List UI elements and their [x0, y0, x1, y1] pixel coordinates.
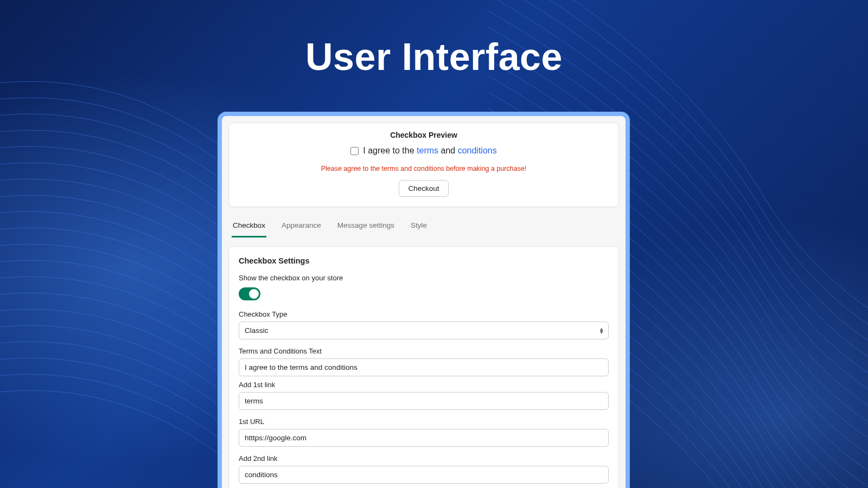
terms-text-label: Terms and Conditions Text: [239, 347, 609, 355]
show-toggle[interactable]: [239, 287, 260, 300]
settings-heading: Checkbox Settings: [239, 256, 609, 265]
agree-checkbox[interactable]: [350, 147, 359, 155]
agree-text: I agree to the terms and conditions: [363, 146, 496, 156]
agree-prefix: I agree to the: [363, 146, 417, 155]
link1-label: Add 1st link: [239, 381, 609, 389]
conditions-link[interactable]: conditions: [458, 146, 497, 155]
checkout-button[interactable]: Checkout: [399, 180, 448, 197]
tab-appearance[interactable]: Appearance: [280, 218, 322, 237]
terms-link[interactable]: terms: [417, 146, 438, 155]
settings-card: Checkbox Settings Show the checkbox on y…: [228, 246, 619, 489]
url1-label: 1st URL: [239, 418, 609, 426]
tab-style[interactable]: Style: [410, 218, 428, 237]
url1-input[interactable]: [239, 429, 609, 447]
link2-input[interactable]: [239, 466, 609, 484]
tabs: Checkbox Appearance Message settings Sty…: [228, 213, 619, 237]
page-title: User Interface: [0, 0, 868, 79]
agree-line: I agree to the terms and conditions: [350, 146, 496, 156]
link2-label: Add 2nd link: [239, 454, 609, 463]
tab-message-settings[interactable]: Message settings: [336, 218, 395, 237]
link1-input[interactable]: [239, 392, 609, 410]
preview-card: Checkbox Preview I agree to the terms an…: [228, 123, 619, 207]
preview-heading: Checkbox Preview: [239, 131, 609, 139]
agree-joiner: and: [438, 146, 458, 155]
app-frame: Checkbox Preview I agree to the terms an…: [218, 112, 630, 488]
warning-text: Please agree to the terms and conditions…: [239, 165, 609, 172]
checkbox-type-select[interactable]: Classic: [239, 322, 609, 339]
tab-checkbox[interactable]: Checkbox: [232, 218, 266, 237]
show-toggle-label: Show the checkbox on your store: [239, 274, 609, 282]
toggle-knob: [249, 289, 259, 299]
terms-text-input[interactable]: [239, 358, 609, 376]
checkbox-type-label: Checkbox Type: [239, 310, 609, 318]
